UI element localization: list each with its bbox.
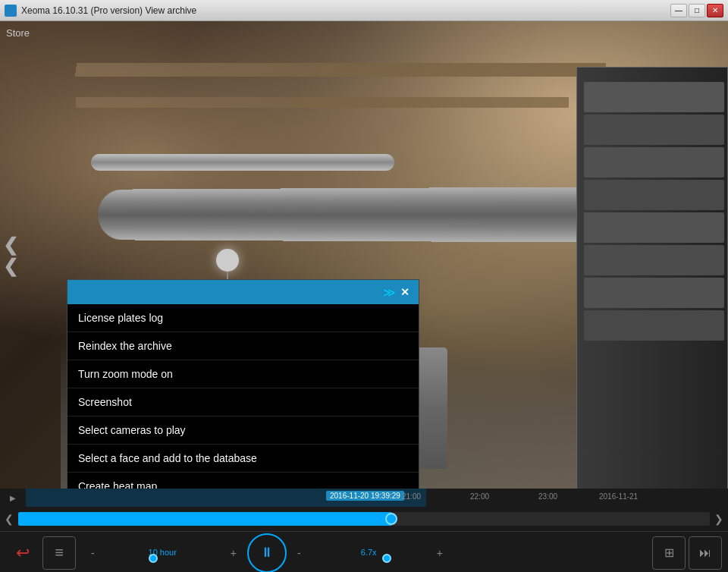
timeline-area: ▶ 2016-11-20 19:39:29 21:00 22:00 23:00 … (0, 489, 728, 572)
speed-plus-button[interactable]: + (228, 547, 240, 559)
menu-item-reindex[interactable]: Reindex the archive (67, 332, 419, 360)
back-button[interactable]: ↩ (6, 536, 39, 570)
ceiling-beam-2 (76, 97, 569, 108)
timeline-scroll-track[interactable] (18, 512, 710, 526)
camera-feed: Store ❮❮ ≫ ✕ License plates log Reindex … (0, 21, 728, 489)
window-controls: — □ ✕ (670, 4, 723, 17)
speed-minus-button[interactable]: - (88, 547, 98, 559)
next-frame-button[interactable]: ⏭ (689, 536, 722, 570)
pipe (98, 187, 643, 243)
zoom-plus-button[interactable]: + (434, 547, 446, 559)
previous-camera-button[interactable]: ❮❮ (3, 234, 18, 276)
speed-slider-group: - 10 hour + (88, 547, 240, 559)
time-label-23: 23:00 (538, 492, 557, 501)
shelf-items (584, 82, 724, 461)
archive-menu-button[interactable]: ≡ (42, 536, 76, 570)
timeline-scroll-row: ❮ ❯ (0, 507, 728, 531)
zoom-label: 6.7x (350, 548, 388, 557)
timeline-prev-button[interactable]: ❮ (0, 507, 18, 531)
zoom-slider-group: - 6.7x + (294, 547, 446, 559)
maximize-button[interactable]: □ (689, 4, 705, 17)
bottom-controls: ↩ ≡ - 10 hour + ⏸ (0, 531, 728, 572)
zoom-minus-button[interactable]: - (294, 547, 304, 559)
menu-item-select-cameras[interactable]: Select cameras to play (67, 416, 419, 445)
timeline-ruler: ▶ 2016-11-20 19:39:29 21:00 22:00 23:00 … (0, 489, 728, 507)
close-button[interactable]: ✕ (707, 4, 723, 17)
minimize-button[interactable]: — (670, 4, 687, 17)
speed-slider-thumb[interactable] (149, 554, 158, 563)
play-pause-button[interactable]: ⏸ (247, 533, 287, 573)
time-label-22: 22:00 (470, 492, 489, 501)
menu-item-screenshot[interactable]: Screenshot (67, 388, 419, 416)
app-icon (5, 5, 17, 17)
timeline-next-button[interactable]: ❯ (710, 507, 728, 531)
time-label-date: 2016-11-21 (599, 492, 638, 501)
camera-label: Store (6, 27, 30, 39)
zoom-slider-thumb[interactable] (382, 554, 391, 563)
time-label-21: 21:00 (402, 492, 421, 501)
titlebar-title: Xeoma 16.10.31 (Pro version) View archiv… (5, 5, 196, 17)
ceiling-beam (75, 63, 607, 77)
context-menu-header: ≫ ✕ (67, 280, 419, 304)
grid-view-button[interactable]: ⊞ (652, 536, 686, 570)
timeline-filled (18, 512, 391, 526)
video-area: Store ❮❮ ≫ ✕ License plates log Reindex … (0, 21, 728, 489)
menu-item-face-database[interactable]: Select a face and add to the database (67, 445, 419, 473)
menu-close-button[interactable]: ✕ (396, 284, 414, 300)
titlebar: Xeoma 16.10.31 (Pro version) View archiv… (0, 0, 728, 21)
menu-item-license-plates[interactable]: License plates log (67, 304, 419, 332)
context-menu: ≫ ✕ License plates log Reindex the archi… (67, 279, 419, 489)
current-time-badge: 2016-11-20 19:39:29 (326, 491, 404, 501)
pipe-2 (91, 154, 394, 171)
main-container: Store ❮❮ ≫ ✕ License plates log Reindex … (0, 21, 728, 572)
timeline-thumb[interactable] (385, 513, 397, 525)
menu-item-zoom[interactable]: Turn zoom mode on (67, 360, 419, 388)
app-title: Xeoma 16.10.31 (Pro version) View archiv… (21, 5, 196, 16)
menu-chevron-icon: ≫ (383, 285, 396, 300)
menu-item-heat-map[interactable]: Create heat map (67, 473, 419, 489)
